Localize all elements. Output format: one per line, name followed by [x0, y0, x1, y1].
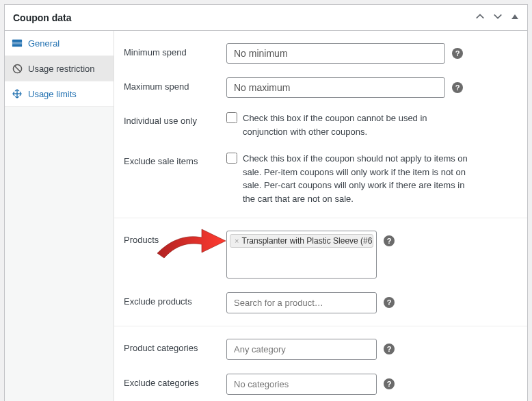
exclude-products-placeholder: Search for a product…	[227, 293, 376, 313]
exclude-sale-checkbox[interactable]	[226, 153, 237, 164]
sidebar-item-label: Usage restriction	[28, 64, 95, 74]
collapse-down-icon[interactable]	[493, 12, 503, 23]
product-tag-label: Transplanter with Plastic Sleeve (#69	[241, 236, 373, 246]
exclude-categories-placeholder: No categories	[227, 374, 376, 394]
sidebar: General Usage restriction Usage limits	[5, 31, 114, 401]
help-icon[interactable]: ?	[452, 82, 463, 93]
maximum-spend-input[interactable]	[226, 77, 445, 98]
exclude-sale-label: Exclude sale items	[124, 152, 226, 166]
individual-use-checkbox[interactable]	[226, 112, 237, 123]
product-categories-select[interactable]: Any category	[226, 339, 377, 360]
sidebar-item-usage-restriction[interactable]: Usage restriction	[5, 56, 114, 81]
help-icon[interactable]: ?	[452, 48, 463, 59]
panel-header: Coupon data	[5, 5, 527, 31]
exclude-categories-row: Exclude categories No categories ?	[114, 367, 527, 401]
minimum-spend-row: Minimum spend ?	[114, 36, 527, 70]
individual-use-label: Individual use only	[124, 112, 226, 126]
individual-use-row: Individual use only Check this box if th…	[114, 105, 527, 145]
panel-title: Coupon data	[13, 12, 72, 23]
products-select[interactable]: × Transplanter with Plastic Sleeve (#69	[226, 231, 377, 279]
sidebar-item-label: General	[28, 38, 59, 49]
exclude-categories-label: Exclude categories	[124, 374, 226, 388]
ticket-icon	[12, 38, 23, 49]
help-icon[interactable]: ?	[384, 297, 395, 308]
sidebar-item-usage-limits[interactable]: Usage limits	[5, 81, 114, 107]
maximum-spend-label: Maximum spend	[124, 77, 226, 92]
exclude-products-label: Exclude products	[124, 292, 226, 307]
exclude-products-row: Exclude products Search for a product… ?	[114, 285, 527, 320]
product-categories-row: Product categories Any category ?	[114, 332, 527, 367]
spend-group: Minimum spend ? Maximum spend ? Individu…	[114, 31, 527, 218]
exclude-products-select[interactable]: Search for a product…	[226, 292, 377, 313]
no-entry-icon	[12, 63, 23, 74]
minimum-spend-input[interactable]	[226, 43, 445, 64]
products-group: Products × Transplanter with Plastic Sle…	[114, 218, 527, 326]
content-area: Minimum spend ? Maximum spend ? Individu…	[114, 31, 527, 401]
sidebar-item-label: Usage limits	[28, 89, 77, 99]
categories-group: Product categories Any category ? Exclud…	[114, 326, 527, 401]
exclude-categories-select[interactable]: No categories	[226, 374, 377, 395]
help-icon[interactable]: ?	[384, 378, 395, 389]
minimum-spend-label: Minimum spend	[124, 43, 226, 57]
exclude-sale-description: Check this box if the coupon should not …	[243, 152, 473, 205]
sidebar-item-general[interactable]: General	[5, 31, 114, 56]
help-icon[interactable]: ?	[384, 344, 395, 354]
exclude-sale-row: Exclude sale items Check this box if the…	[114, 145, 527, 212]
panel-body: General Usage restriction Usage limits M…	[5, 31, 527, 401]
toggle-triangle-icon[interactable]	[511, 12, 519, 23]
coupon-data-panel: Coupon data General	[4, 4, 528, 401]
product-categories-placeholder: Any category	[227, 339, 376, 359]
product-tag: × Transplanter with Plastic Sleeve (#69	[230, 234, 373, 248]
products-row: Products × Transplanter with Plastic Sle…	[114, 224, 527, 285]
product-categories-label: Product categories	[124, 339, 226, 353]
tag-remove-icon[interactable]: ×	[235, 237, 239, 245]
help-icon[interactable]: ?	[384, 235, 395, 246]
maximum-spend-row: Maximum spend ?	[114, 70, 527, 105]
limits-icon	[12, 88, 23, 99]
svg-rect-1	[12, 42, 22, 44]
products-label: Products	[124, 231, 226, 245]
panel-actions	[475, 12, 519, 23]
svg-line-3	[14, 66, 20, 71]
collapse-up-icon[interactable]	[475, 12, 485, 23]
individual-use-description: Check this box if the coupon cannot be u…	[243, 112, 473, 138]
